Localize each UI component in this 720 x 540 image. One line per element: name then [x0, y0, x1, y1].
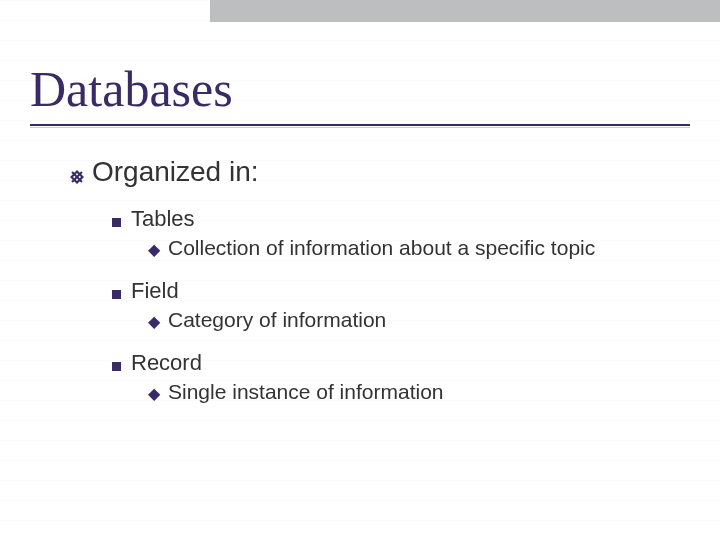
diamond-small-bullet-icon: ◆: [148, 384, 160, 403]
list-item: ◆ Category of information: [148, 308, 690, 332]
desc-text: Category of information: [168, 308, 386, 332]
desc-text: Single instance of information: [168, 380, 444, 404]
square-bullet-icon: [112, 290, 121, 299]
list-item: ◆ Single instance of information: [148, 380, 690, 404]
square-bullet-icon: [112, 362, 121, 371]
list-item: ◆ Collection of information about a spec…: [148, 236, 690, 260]
diamond-small-bullet-icon: ◆: [148, 312, 160, 331]
slide-content: Organized in: Tables ◆ Collection of inf…: [30, 156, 690, 404]
square-bullet-icon: [112, 218, 121, 227]
slide: Databases Organized in: Tables ◆ Collect…: [0, 0, 720, 540]
list-item: Tables: [112, 206, 690, 232]
heading-text: Organized in:: [92, 156, 259, 188]
diamond-bullet-icon: [70, 159, 84, 173]
desc-text: Collection of information about a specif…: [168, 236, 595, 260]
term-text: Field: [131, 278, 179, 304]
term-text: Tables: [131, 206, 195, 232]
list-item: Field: [112, 278, 690, 304]
slide-title: Databases: [30, 60, 690, 118]
bullet-heading: Organized in:: [70, 156, 690, 188]
list-item: Record: [112, 350, 690, 376]
diamond-small-bullet-icon: ◆: [148, 240, 160, 259]
title-underline: [30, 124, 690, 126]
term-text: Record: [131, 350, 202, 376]
